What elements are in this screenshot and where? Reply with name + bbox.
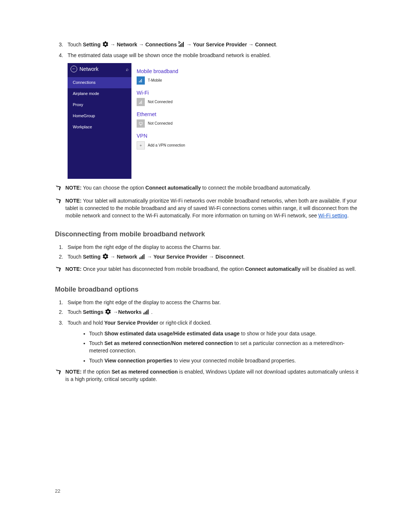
svg-rect-16 bbox=[145, 312, 146, 315]
eth-heading: Ethernet bbox=[137, 111, 256, 118]
step2: Touch Settings →Networks . bbox=[65, 308, 360, 317]
note-block: NOTE: Your tablet will automatically pri… bbox=[55, 197, 360, 220]
note-icon bbox=[55, 184, 65, 193]
svg-rect-14 bbox=[143, 254, 144, 259]
svg-rect-17 bbox=[146, 311, 147, 315]
note-block: NOTE: Once your tablet has disconnected … bbox=[55, 265, 360, 275]
mb-heading: Mobile broadband bbox=[137, 68, 256, 75]
bullet2: Touch Set as metered connection/Non mete… bbox=[89, 339, 360, 355]
winmock-main: Mobile broadband T-Mobile Wi-Fi Not Conn… bbox=[131, 63, 261, 179]
options-bullets: Touch Show estimated data usage/Hide est… bbox=[68, 330, 360, 364]
disconnect-steps: Swipe from the right edge of the display… bbox=[55, 243, 360, 262]
bullet3: Touch View connection properties to view… bbox=[89, 357, 360, 364]
step2: Touch Setting → Network → Your Service P… bbox=[65, 253, 360, 262]
svg-rect-3 bbox=[183, 42, 184, 47]
svg-rect-12 bbox=[141, 256, 141, 259]
svg-rect-5 bbox=[140, 80, 141, 82]
gear-icon bbox=[102, 41, 109, 49]
step4: The estimated data usage will be shown o… bbox=[65, 52, 360, 59]
svg-rect-15 bbox=[144, 313, 144, 315]
svg-rect-0 bbox=[179, 45, 180, 47]
signal-icon bbox=[178, 41, 185, 49]
svg-rect-2 bbox=[182, 43, 182, 47]
step1: Swipe from the right edge of the display… bbox=[65, 299, 360, 306]
winmock-sidebar: ← Network ⌕ Connections Airplane mode Pr… bbox=[68, 63, 131, 179]
note-icon bbox=[55, 197, 65, 220]
signal-icon bbox=[137, 76, 145, 85]
wifi-icon bbox=[137, 98, 145, 106]
note-block: NOTE: You can choose the option Connect … bbox=[55, 184, 360, 193]
svg-rect-11 bbox=[139, 257, 140, 259]
svg-rect-4 bbox=[139, 81, 140, 82]
sidebar-item-connections[interactable]: Connections bbox=[68, 77, 131, 88]
sidebar-item-homegroup[interactable]: HomeGroup bbox=[68, 111, 131, 122]
svg-rect-9 bbox=[141, 101, 142, 104]
svg-rect-6 bbox=[141, 79, 142, 82]
ethernet-icon bbox=[137, 119, 145, 128]
doc-page: Touch Setting → Network → Connections → … bbox=[0, 0, 401, 532]
wifi-setting-link[interactable]: Wi-Fi setting bbox=[318, 213, 347, 219]
section-options: Mobile broadband options bbox=[55, 285, 360, 294]
svg-rect-7 bbox=[139, 103, 140, 104]
signal-icon bbox=[139, 253, 146, 262]
sidebar-item-workplace[interactable]: Workplace bbox=[68, 122, 131, 133]
svg-rect-13 bbox=[142, 255, 143, 259]
note-block: NOTE: If the option Set as metered conne… bbox=[55, 368, 360, 383]
step3: Touch Setting → Network → Connections → … bbox=[65, 41, 360, 49]
mb-tile-row[interactable]: T-Mobile bbox=[137, 76, 256, 85]
gear-icon bbox=[102, 253, 109, 262]
back-icon[interactable]: ← bbox=[71, 66, 77, 72]
bullet1: Touch Show estimated data usage/Hide est… bbox=[89, 330, 360, 337]
svg-rect-10 bbox=[139, 122, 142, 125]
step1: Swipe from the right edge of the display… bbox=[65, 243, 360, 251]
signal-icon bbox=[143, 308, 150, 317]
section-disconnecting: Disconnecting from mobile broadband netw… bbox=[55, 229, 360, 239]
options-steps: Swipe from the right edge of the display… bbox=[55, 299, 360, 364]
step-list: Touch Setting → Network → Connections → … bbox=[55, 41, 360, 59]
gear-icon bbox=[105, 308, 111, 317]
sidebar-item-proxy[interactable]: Proxy bbox=[68, 99, 131, 111]
plus-icon: ＋ bbox=[137, 141, 145, 150]
note-icon bbox=[55, 368, 65, 383]
step3: Touch and hold Your Service Provider or … bbox=[65, 319, 360, 364]
page-number: 22 bbox=[55, 488, 60, 495]
sidebar-item-airplane[interactable]: Airplane mode bbox=[68, 88, 131, 99]
note-icon bbox=[55, 265, 65, 275]
wifi-heading: Wi-Fi bbox=[137, 89, 256, 96]
vpn-heading: VPN bbox=[137, 132, 256, 139]
windows-network-settings-mock: ← Network ⌕ Connections Airplane mode Pr… bbox=[68, 63, 261, 179]
eth-tile-row[interactable]: Not Connected bbox=[137, 119, 256, 128]
svg-rect-8 bbox=[140, 102, 141, 104]
svg-rect-1 bbox=[180, 44, 181, 47]
svg-rect-18 bbox=[148, 309, 149, 315]
vpn-add-row[interactable]: ＋ Add a VPN connection bbox=[137, 141, 256, 150]
search-icon[interactable]: ⌕ bbox=[126, 66, 128, 73]
wifi-tile-row[interactable]: Not Connected bbox=[137, 98, 256, 106]
